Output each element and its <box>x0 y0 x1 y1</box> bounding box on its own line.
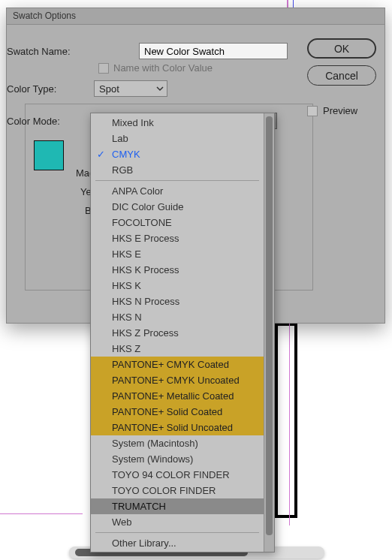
dropdown-item[interactable]: HKS E <box>91 246 264 262</box>
name-with-color-row: Name with Color Value <box>98 62 213 74</box>
dropdown-item[interactable]: FOCOLTONE <box>91 215 264 230</box>
dropdown-item-label: HKS K Process <box>112 264 179 275</box>
dropdown-item[interactable]: TRUMATCH <box>91 498 264 514</box>
swatch-color-preview <box>34 140 64 170</box>
dropdown-item[interactable]: Other Library... <box>91 535 264 551</box>
canvas-guide-horizontal <box>0 513 83 514</box>
dropdown-scrollbar[interactable] <box>264 113 274 552</box>
dropdown-item[interactable]: ANPA Color <box>91 183 264 199</box>
dropdown-item-label: Lab <box>112 133 128 144</box>
name-with-color-label: Name with Color Value <box>113 62 213 74</box>
swatch-name-label: Swatch Name: <box>7 46 134 57</box>
dropdown-item-label: TOYO COLOR FINDER <box>112 485 216 496</box>
dropdown-item[interactable]: PANTONE+ CMYK Coated <box>91 357 264 372</box>
color-type-value: Spot <box>99 83 119 95</box>
dropdown-separator <box>95 180 259 181</box>
dropdown-item-label: System (Windows) <box>112 453 193 465</box>
dropdown-item-label: Other Library... <box>112 537 176 549</box>
dropdown-item[interactable]: PANTONE+ Solid Uncoated <box>91 420 264 435</box>
dropdown-item-label: TRUMATCH <box>112 501 166 512</box>
dropdown-item[interactable]: Mixed Ink <box>91 115 264 131</box>
dropdown-item-label: FOCOLTONE <box>112 217 172 228</box>
cancel-button[interactable]: Cancel <box>307 65 376 86</box>
dropdown-item[interactable]: ✓CMYK <box>91 146 264 162</box>
swatch-name-input[interactable] <box>139 43 288 59</box>
color-mode-dropdown: Mixed InkLab✓CMYKRGBANPA ColorDIC Color … <box>90 113 275 552</box>
dropdown-item-label: PANTONE+ Metallic Coated <box>112 390 234 402</box>
preview-checkbox[interactable] <box>307 106 318 116</box>
scrollbar-thumb[interactable] <box>266 116 273 535</box>
chevron-down-icon <box>156 85 164 92</box>
dropdown-item[interactable]: HKS Z Process <box>91 325 264 341</box>
ok-button[interactable]: OK <box>307 38 376 59</box>
dropdown-item-label: HKS K <box>112 280 141 291</box>
dropdown-item[interactable]: TOYO 94 COLOR FINDER <box>91 467 264 483</box>
color-mode-label: Color Mode: <box>7 116 88 127</box>
dropdown-item-label: Mixed Ink <box>112 117 154 128</box>
dropdown-item[interactable]: Lab <box>91 131 264 146</box>
dropdown-item-label: PANTONE+ CMYK Coated <box>112 359 229 370</box>
dropdown-item[interactable]: PANTONE+ Solid Coated <box>91 404 264 420</box>
dropdown-item[interactable]: Web <box>91 514 264 530</box>
dropdown-item-label: TOYO 94 COLOR FINDER <box>112 469 230 480</box>
dropdown-item-label: RGB <box>112 164 133 176</box>
dropdown-item-label: HKS Z Process <box>112 327 179 339</box>
dropdown-item-label: DIC Color Guide <box>112 201 183 212</box>
dropdown-item-label: System (Macintosh) <box>112 438 198 449</box>
dropdown-separator <box>95 532 259 533</box>
dropdown-item[interactable]: HKS K <box>91 278 264 294</box>
dropdown-item[interactable]: TOYO COLOR FINDER <box>91 483 264 498</box>
dropdown-item[interactable]: DIC Color Guide <box>91 199 264 215</box>
dropdown-item[interactable]: RGB <box>91 162 264 178</box>
dropdown-item-label: HKS N <box>112 312 142 323</box>
canvas-guide-vertical-3 <box>285 323 290 525</box>
dropdown-item[interactable]: PANTONE+ Metallic Coated <box>91 388 264 404</box>
dropdown-item-label: ANPA Color <box>112 185 163 197</box>
dropdown-item[interactable]: HKS K Process <box>91 262 264 278</box>
dropdown-item[interactable]: HKS Z <box>91 341 264 357</box>
dropdown-item[interactable]: HKS E Process <box>91 230 264 246</box>
dropdown-item[interactable]: System (Windows) <box>91 451 264 467</box>
dropdown-item[interactable]: HKS N <box>91 309 264 325</box>
dropdown-item-label: HKS Z <box>112 343 140 354</box>
dropdown-item-label: HKS E <box>112 248 141 260</box>
preview-label: Preview <box>323 105 357 116</box>
dropdown-item-label: Web <box>112 516 132 528</box>
dropdown-item[interactable]: HKS N Process <box>91 294 264 309</box>
dropdown-item-label: PANTONE+ Solid Uncoated <box>112 422 233 433</box>
dialog-title: Swatch Options <box>7 8 384 25</box>
check-icon: ✓ <box>97 149 105 160</box>
dropdown-item[interactable]: System (Macintosh) <box>91 435 264 451</box>
dropdown-item[interactable]: PANTONE+ CMYK Uncoated <box>91 372 264 388</box>
dropdown-item-label: HKS N Process <box>112 296 179 307</box>
dropdown-item-label: HKS E Process <box>112 233 179 244</box>
dropdown-item-label: PANTONE+ Solid Coated <box>112 406 222 417</box>
color-type-select[interactable]: Spot <box>94 80 167 97</box>
color-type-label: Color Type: <box>7 83 88 95</box>
name-with-color-checkbox <box>98 63 109 74</box>
dropdown-item-label: CMYK <box>112 149 140 160</box>
dropdown-item-label: PANTONE+ CMYK Uncoated <box>112 375 240 386</box>
